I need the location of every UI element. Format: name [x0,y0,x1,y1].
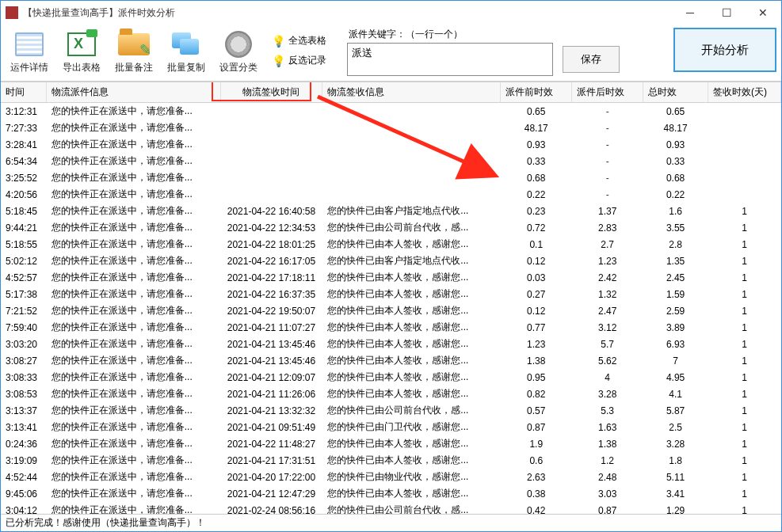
cell-sign-time [220,120,322,136]
cell-sign-info [322,186,501,203]
cell-sign-time: 2021-04-21 17:31:51 [220,452,322,469]
save-button[interactable]: 保存 [563,46,620,73]
cell-post: 1.23 [572,253,643,269]
shipment-detail-button[interactable]: 运件详情 [6,28,53,72]
cell-total: 0.33 [643,153,708,169]
cell-sign-time: 2021-04-20 17:22:00 [220,469,322,485]
cell-time: 3:13:41 [1,419,46,435]
col-total-duration[interactable]: 总时效 [643,82,708,103]
cell-sign-time: 2021-04-21 12:47:29 [220,485,322,502]
bulb-icon: 💡 [272,35,285,48]
cell-post: 1.63 [572,419,643,435]
cell-pre: 0.27 [501,286,572,302]
invert-select-option[interactable]: 💡 反选记录 [272,54,326,67]
table-row[interactable]: 5:18:55您的快件正在派送中，请您准备...2021-04-22 18:01… [1,236,781,253]
table-row[interactable]: 9:45:06您的快件正在派送中，请您准备...2021-04-21 12:47… [1,485,781,502]
cell-time: 3:04:12 [1,502,46,514]
cell-days [708,153,780,169]
col-sign-days[interactable]: 签收时效(天) [708,82,780,103]
cell-dispatch-info: 您的快件正在派送中，请您准备... [46,219,220,236]
table-row[interactable]: 5:02:12您的快件正在派送中，请您准备...2021-04-22 16:17… [1,253,781,269]
cell-total: 6.93 [643,336,708,352]
cell-time: 5:18:55 [1,236,46,253]
cell-sign-time: 2021-04-21 13:32:32 [220,402,322,419]
table-row[interactable]: 5:17:38您的快件正在派送中，请您准备...2021-04-22 16:37… [1,286,781,302]
table-row[interactable]: 3:28:41您的快件正在派送中，请您准备...0.93-0.93 [1,136,781,153]
cell-sign-time: 2021-04-21 09:51:49 [220,419,322,435]
cell-sign-time: 2021-02-24 08:56:16 [220,502,322,514]
set-category-button[interactable]: 设置分类 [215,28,262,72]
cell-pre: 0.22 [501,186,572,203]
cell-sign-time [220,153,322,169]
cell-total: 4.1 [643,386,708,402]
table-row[interactable]: 3:08:33您的快件正在派送中，请您准备...2021-04-21 12:09… [1,369,781,386]
mini-options: 💡 全选表格 💡 反选记录 [272,28,326,67]
cell-total: 2.8 [643,236,708,253]
table-row[interactable]: 3:08:53您的快件正在派送中，请您准备...2021-04-21 11:26… [1,386,781,402]
data-grid[interactable]: 时间 物流派件信息 物流签收时间 物流签收信息 派件前时效 派件后时效 总时效 … [1,82,781,514]
cell-pre: 0.38 [501,485,572,502]
close-button[interactable]: ✕ [745,1,781,25]
keyword-textarea[interactable] [347,43,553,76]
table-row[interactable]: 5:18:45您的快件正在派送中，请您准备...2021-04-22 16:40… [1,203,781,219]
minimize-button[interactable]: ─ [672,1,708,25]
table-row[interactable]: 9:44:21您的快件正在派送中，请您准备...2021-04-22 12:34… [1,219,781,236]
start-analysis-button[interactable]: 开始分析 [673,28,776,72]
cell-dispatch-info: 您的快件正在派送中，请您准备... [46,352,220,369]
cell-sign-info: 您的快件已由本人签收，感谢您... [322,286,501,302]
cell-days: 1 [708,203,780,219]
cell-sign-time: 2021-04-22 16:17:05 [220,253,322,269]
cell-dispatch-info: 您的快件正在派送中，请您准备... [46,386,220,402]
table-row[interactable]: 3:19:09您的快件正在派送中，请您准备...2021-04-21 17:31… [1,452,781,469]
cell-time: 9:44:21 [1,219,46,236]
cell-sign-info: 您的快件已由本人签收，感谢您... [322,386,501,402]
cell-sign-time: 2021-04-21 13:45:46 [220,352,322,369]
cell-post: - [572,153,643,169]
cell-time: 3:19:09 [1,452,46,469]
cell-sign-time: 2021-04-21 11:26:06 [220,386,322,402]
table-row[interactable]: 3:12:31您的快件正在派送中，请您准备...0.65-0.65 [1,103,781,120]
col-sign-time[interactable]: 物流签收时间 [220,82,322,103]
cell-time: 9:45:06 [1,485,46,502]
cell-pre: 1.38 [501,352,572,369]
cell-post: 1.38 [572,435,643,452]
cell-dispatch-info: 您的快件正在派送中，请您准备... [46,236,220,253]
table-row[interactable]: 6:54:34您的快件正在派送中，请您准备...0.33-0.33 [1,153,781,169]
col-sign-info[interactable]: 物流签收信息 [322,82,501,103]
table-row[interactable]: 3:13:41您的快件正在派送中，请您准备...2021-04-21 09:51… [1,419,781,435]
table-row[interactable]: 7:59:40您的快件正在派送中，请您准备...2021-04-21 11:07… [1,319,781,336]
cell-days: 1 [708,502,780,514]
export-table-button[interactable]: 导出表格 [58,28,105,72]
col-post-duration[interactable]: 派件后时效 [572,82,643,103]
table-row[interactable]: 3:08:27您的快件正在派送中，请您准备...2021-04-21 13:45… [1,352,781,369]
batch-remark-button[interactable]: 批量备注 [110,28,158,72]
table-row[interactable]: 7:27:33您的快件正在派送中，请您准备...48.17-48.17 [1,120,781,136]
cell-pre: 0.57 [501,402,572,419]
cell-total: 3.28 [643,435,708,452]
table-row[interactable]: 3:03:20您的快件正在派送中，请您准备...2021-04-21 13:45… [1,336,781,352]
table-row[interactable]: 3:04:12您的快件正在派送中，请您准备...2021-02-24 08:56… [1,502,781,514]
cell-total: 1.59 [643,286,708,302]
cell-dispatch-info: 您的快件正在派送中，请您准备... [46,136,220,153]
table-row[interactable]: 7:21:52您的快件正在派送中，请您准备...2021-04-22 19:50… [1,302,781,319]
table-row[interactable]: 0:24:36您的快件正在派送中，请您准备...2021-04-22 11:48… [1,435,781,452]
cell-days: 1 [708,352,780,369]
table-row[interactable]: 4:52:44您的快件正在派送中，请您准备...2021-04-20 17:22… [1,469,781,485]
col-dispatch-info[interactable]: 物流派件信息 [46,82,220,103]
table-row[interactable]: 4:20:56您的快件正在派送中，请您准备...0.22-0.22 [1,186,781,203]
table-row[interactable]: 3:13:37您的快件正在派送中，请您准备...2021-04-21 13:32… [1,402,781,419]
batch-copy-button[interactable]: 批量复制 [162,28,210,72]
maximize-button[interactable]: ☐ [708,1,745,25]
keyword-label: 派件关键字：（一行一个） [349,28,620,41]
table-row[interactable]: 4:52:57您的快件正在派送中，请您准备...2021-04-22 17:18… [1,269,781,286]
select-all-option[interactable]: 💡 全选表格 [272,34,326,48]
cell-days [708,186,780,203]
cell-time: 3:08:27 [1,352,46,369]
cell-pre: 0.03 [501,269,572,286]
col-time[interactable]: 时间 [1,82,46,103]
table-row[interactable]: 3:25:52您的快件正在派送中，请您准备...0.68-0.68 [1,169,781,186]
col-pre-duration[interactable]: 派件前时效 [501,82,572,103]
cell-pre: 0.68 [501,169,572,186]
cell-sign-time [220,136,322,153]
cell-dispatch-info: 您的快件正在派送中，请您准备... [46,286,220,302]
